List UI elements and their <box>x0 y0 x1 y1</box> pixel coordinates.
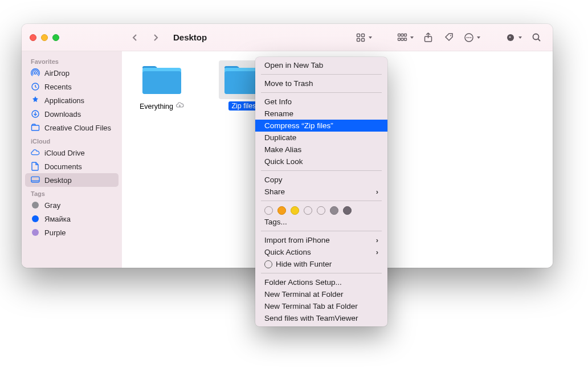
tag-color-5[interactable] <box>330 206 338 215</box>
sidebar-item-label: Ямайка <box>44 215 71 223</box>
menu-separator <box>261 74 382 75</box>
svg-point-19 <box>34 72 36 74</box>
downloads-icon <box>31 109 40 118</box>
sidebar-item-purple[interactable]: Purple <box>25 226 119 239</box>
svg-rect-2 <box>357 38 360 41</box>
sidebar-item-label: iCloud Drive <box>44 149 85 157</box>
sidebar-item-ямайка[interactable]: Ямайка <box>25 212 119 226</box>
menu-separator <box>261 201 382 201</box>
sidebar-item-creative-cloud-files[interactable]: Creative Cloud Files <box>25 121 119 134</box>
menu-item-label: Move to Trash <box>264 79 313 88</box>
submenu-arrow-icon: › <box>376 248 378 256</box>
group-by-button[interactable] <box>395 30 416 45</box>
svg-rect-5 <box>401 34 403 36</box>
documents-icon <box>31 162 40 171</box>
svg-point-13 <box>467 37 468 38</box>
cloud-download-icon <box>175 102 184 111</box>
close-window-button[interactable] <box>30 34 36 41</box>
svg-rect-6 <box>405 34 407 36</box>
svg-rect-0 <box>357 34 360 36</box>
menu-separator <box>261 170 382 171</box>
minimize-window-button[interactable] <box>41 34 48 41</box>
menu-item-get-info[interactable]: Get Info <box>255 96 387 108</box>
applications-icon <box>31 96 40 105</box>
menu-item-label: Quick Actions <box>264 248 311 256</box>
tag-dot-icon <box>31 228 40 237</box>
folder-label: Everything <box>137 101 187 111</box>
zoom-window-button[interactable] <box>52 34 59 41</box>
tag-color-1[interactable] <box>277 206 286 215</box>
funter-icon <box>264 260 272 268</box>
sidebar-item-gray[interactable]: Gray <box>25 198 119 212</box>
tags-button[interactable] <box>440 30 459 45</box>
menu-item-new-terminal-at-folder[interactable]: New Terminal at Folder <box>255 288 387 300</box>
share-button[interactable] <box>418 30 438 45</box>
menu-item-make-alias[interactable]: Make Alias <box>255 144 387 156</box>
sidebar-item-label: Creative Cloud Files <box>44 124 111 132</box>
sidebar-item-label: Gray <box>44 201 60 210</box>
sidebar-item-downloads[interactable]: Downloads <box>25 107 119 121</box>
sidebar-item-icloud-drive[interactable]: iCloud Drive <box>25 146 119 160</box>
tag-color-4[interactable] <box>317 206 325 215</box>
menu-item-label: Compress “Zip files” <box>264 121 333 130</box>
folder-everything[interactable]: Everything <box>132 60 191 111</box>
menu-item-new-terminal-tab-at-folder[interactable]: New Terminal Tab at Folder <box>255 300 387 312</box>
menu-item-duplicate[interactable]: Duplicate <box>255 132 387 144</box>
tag-dot-icon <box>31 201 40 210</box>
sidebar-section-favorites: Favorites <box>25 55 119 66</box>
folder-icon <box>137 60 187 99</box>
search-button[interactable] <box>526 30 546 45</box>
menu-item-label: New Terminal at Folder <box>264 290 344 299</box>
sidebar-item-airdrop[interactable]: AirDrop <box>25 66 119 80</box>
menu-item-label: Make Alias <box>264 145 301 154</box>
sidebar-item-desktop[interactable]: Desktop <box>25 173 119 187</box>
tag-color-6[interactable] <box>343 206 352 215</box>
menu-item-label: Send files with TeamViewer <box>264 314 358 322</box>
svg-rect-3 <box>362 38 365 41</box>
sidebar-item-label: Desktop <box>44 176 72 185</box>
menu-item-open-in-new-tab[interactable]: Open in New Tab <box>255 59 387 71</box>
menu-item-share[interactable]: Share› <box>255 186 387 198</box>
tag-color-2[interactable] <box>291 206 299 215</box>
menu-item-label: Duplicate <box>264 133 296 142</box>
menu-item-import-from-iphone[interactable]: Import from iPhone› <box>255 234 387 246</box>
svg-rect-23 <box>31 177 39 182</box>
window-controls <box>22 34 122 41</box>
menu-item-label: Copy <box>264 175 283 184</box>
menu-item-tags-[interactable]: Tags... <box>255 216 387 228</box>
view-mode-button[interactable] <box>353 30 374 45</box>
back-button[interactable] <box>125 30 145 45</box>
svg-point-17 <box>509 36 511 38</box>
creative-cloud-files-icon <box>31 123 40 132</box>
menu-item-quick-actions[interactable]: Quick Actions› <box>255 246 387 258</box>
settings-button[interactable] <box>503 30 524 45</box>
sidebar: FavoritesAirDropRecentsApplicationsDownl… <box>22 51 122 268</box>
svg-rect-25 <box>142 71 181 94</box>
tag-color-0[interactable] <box>264 206 273 215</box>
menu-item-label: Get Info <box>264 97 292 106</box>
svg-rect-7 <box>398 38 401 40</box>
menu-item-move-to-trash[interactable]: Move to Trash <box>255 77 387 89</box>
action-menu-button[interactable] <box>462 30 483 45</box>
menu-item-copy[interactable]: Copy <box>255 174 387 186</box>
sidebar-item-documents[interactable]: Documents <box>25 160 119 173</box>
titlebar: Desktop <box>22 24 553 51</box>
svg-point-14 <box>468 37 469 38</box>
menu-item-hide-with-funter[interactable]: Hide with Funter <box>255 258 387 270</box>
sidebar-item-applications[interactable]: Applications <box>25 93 119 107</box>
menu-item-quick-look[interactable]: Quick Look <box>255 156 387 167</box>
menu-item-send-files-with-teamviewer[interactable]: Send files with TeamViewer <box>255 312 387 324</box>
sidebar-item-label: Purple <box>44 228 66 237</box>
menu-separator <box>261 231 382 231</box>
menu-item-compress-zip-files-[interactable]: Compress “Zip files” <box>255 120 387 132</box>
menu-item-folder-actions-setup-[interactable]: Folder Actions Setup... <box>255 276 387 288</box>
menu-item-label: Share <box>264 187 285 196</box>
forward-button[interactable] <box>146 30 165 45</box>
submenu-arrow-icon: › <box>376 236 378 244</box>
menu-item-label: Rename <box>264 109 293 118</box>
sidebar-item-recents[interactable]: Recents <box>25 80 119 93</box>
sidebar-item-label: Documents <box>44 162 82 171</box>
menu-item-rename[interactable]: Rename <box>255 108 387 120</box>
airdrop-icon <box>31 68 40 77</box>
tag-color-3[interactable] <box>304 206 312 215</box>
